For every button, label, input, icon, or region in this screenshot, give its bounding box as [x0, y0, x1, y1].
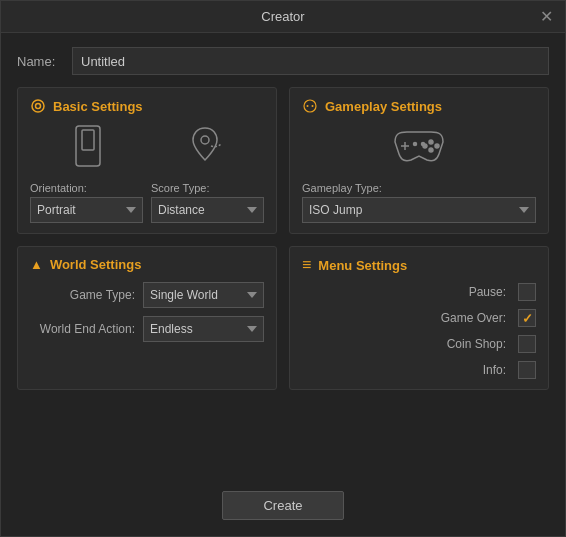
- score-type-wrap: Score Type: Distance Points Time: [151, 182, 264, 223]
- info-checkbox[interactable]: [518, 361, 536, 379]
- close-button[interactable]: ✕: [540, 9, 553, 25]
- basic-icons-row: [30, 124, 264, 172]
- name-row: Name:: [17, 47, 549, 75]
- menu-settings-title: Menu Settings: [318, 258, 407, 273]
- titlebar: Creator ✕: [1, 1, 565, 33]
- basic-selects-row: Orientation: Portrait Landscape Score Ty…: [30, 182, 264, 223]
- svg-rect-2: [76, 126, 100, 166]
- info-row: Info:: [302, 361, 536, 379]
- orientation-select[interactable]: Portrait Landscape: [30, 197, 143, 223]
- pause-checkbox[interactable]: [518, 283, 536, 301]
- orientation-icon-col: [70, 124, 106, 172]
- info-label: Info:: [483, 363, 506, 377]
- coin-shop-checkbox[interactable]: [518, 335, 536, 353]
- gameplay-icon-area: [302, 124, 536, 172]
- menu-settings-panel: ≡ Menu Settings Pause: Game Over: ✓: [289, 246, 549, 390]
- world-settings-title: World Settings: [50, 257, 141, 272]
- game-type-select-wrap: Single World Multi World: [143, 282, 264, 308]
- gameplay-settings-header: Gameplay Settings: [302, 98, 536, 114]
- world-settings-panel: ▲ World Settings Game Type: Single World…: [17, 246, 277, 390]
- top-panels-row: Basic Settings: [17, 87, 549, 234]
- gameplay-type-label: Gameplay Type:: [302, 182, 382, 194]
- gameplay-settings-icon: [302, 98, 318, 114]
- score-type-label: Score Type:: [151, 182, 210, 194]
- svg-point-10: [429, 140, 433, 144]
- menu-fields: Pause: Game Over: ✓ Coin Shop: I: [302, 283, 536, 379]
- world-settings-icon: ▲: [30, 257, 43, 272]
- game-type-label: Game Type:: [30, 288, 135, 302]
- svg-point-7: [312, 105, 314, 107]
- window-title: Creator: [261, 9, 304, 24]
- svg-point-0: [32, 100, 44, 112]
- name-label: Name:: [17, 54, 62, 69]
- creator-window: Creator ✕ Name: Basic Settings: [0, 0, 566, 537]
- basic-settings-header: Basic Settings: [30, 98, 264, 114]
- basic-settings-panel: Basic Settings: [17, 87, 277, 234]
- gameplay-select-wrap: Gameplay Type: ISO Jump Runner Platforme…: [302, 182, 536, 223]
- checkmark-icon: ✓: [522, 311, 533, 326]
- content-area: Name: Basic Settings: [1, 33, 565, 481]
- svg-point-1: [36, 104, 41, 109]
- svg-point-14: [414, 143, 417, 146]
- orientation-wrap: Orientation: Portrait Landscape: [30, 182, 143, 223]
- score-type-icon-col: [185, 124, 225, 172]
- basic-settings-title: Basic Settings: [53, 99, 143, 114]
- footer: Create: [1, 481, 565, 536]
- svg-point-13: [429, 148, 433, 152]
- menu-settings-icon: ≡: [302, 257, 311, 273]
- score-type-icon: [185, 124, 225, 172]
- svg-point-6: [307, 105, 309, 107]
- create-button[interactable]: Create: [222, 491, 343, 520]
- world-end-select-wrap: Endless Finish Loop: [143, 316, 264, 342]
- svg-point-5: [304, 100, 316, 112]
- orientation-label: Orientation:: [30, 182, 87, 194]
- orientation-icon: [70, 124, 106, 172]
- basic-settings-icon: [30, 98, 46, 114]
- game-type-row: Game Type: Single World Multi World: [30, 282, 264, 308]
- game-type-select[interactable]: Single World Multi World: [143, 282, 264, 308]
- name-input[interactable]: [72, 47, 549, 75]
- gameplay-type-icon: [387, 124, 451, 172]
- pause-label: Pause:: [469, 285, 506, 299]
- score-type-select[interactable]: Distance Points Time: [151, 197, 264, 223]
- bottom-panels-row: ▲ World Settings Game Type: Single World…: [17, 246, 549, 390]
- pause-row: Pause:: [302, 283, 536, 301]
- gameplay-type-select[interactable]: ISO Jump Runner Platformer: [302, 197, 536, 223]
- svg-point-11: [435, 144, 439, 148]
- svg-point-15: [422, 143, 425, 146]
- game-over-label: Game Over:: [441, 311, 506, 325]
- game-over-checkbox[interactable]: ✓: [518, 309, 536, 327]
- gameplay-settings-panel: Gameplay Settings: [289, 87, 549, 234]
- game-over-row: Game Over: ✓: [302, 309, 536, 327]
- world-fields: Game Type: Single World Multi World Worl…: [30, 282, 264, 342]
- world-end-select[interactable]: Endless Finish Loop: [143, 316, 264, 342]
- coin-shop-label: Coin Shop:: [447, 337, 506, 351]
- menu-settings-header: ≡ Menu Settings: [302, 257, 536, 273]
- world-end-row: World End Action: Endless Finish Loop: [30, 316, 264, 342]
- coin-shop-row: Coin Shop:: [302, 335, 536, 353]
- world-end-label: World End Action:: [30, 322, 135, 336]
- svg-point-4: [201, 136, 209, 144]
- gameplay-settings-title: Gameplay Settings: [325, 99, 442, 114]
- svg-rect-3: [82, 130, 94, 150]
- world-settings-header: ▲ World Settings: [30, 257, 264, 272]
